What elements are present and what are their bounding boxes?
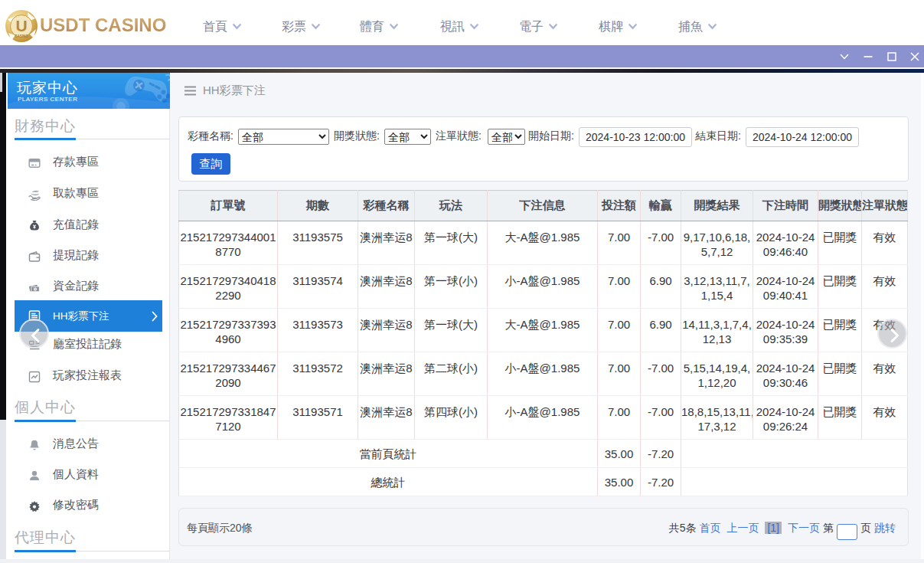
svg-text:CASINO: CASINO — [15, 34, 28, 38]
svg-text:U: U — [15, 17, 27, 34]
